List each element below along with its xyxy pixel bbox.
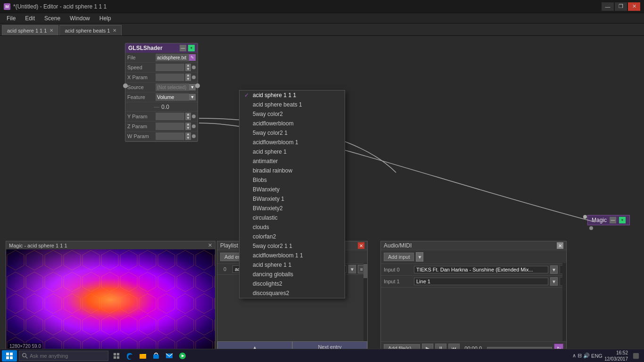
magic-minimize-btn[interactable]: — [610,217,616,223]
menu-edit[interactable]: Edit [20,14,40,23]
audio-close-btn[interactable]: ✕ [557,242,563,249]
add-files-button[interactable]: Add file(s)... [384,344,420,349]
add-input-button[interactable]: Add input [384,253,414,261]
xparam-connector[interactable] [192,75,196,79]
dropdown-item-17[interactable]: acidflowerbloom 1 1 [239,251,345,260]
dropdown-item-5[interactable]: acidflowerbloom 1 [239,138,345,147]
file-edit-btn[interactable]: ✎ [189,54,196,61]
tab-close-icon[interactable]: ✕ [50,28,53,33]
dropdown-item-6[interactable]: acid sphere 1 [239,147,345,156]
start-button[interactable] [2,350,17,362]
store-icon[interactable] [150,350,162,362]
speed-value: 1.0 [156,64,184,71]
add-input-dropdown[interactable]: ▼ [416,252,423,262]
explorer-icon[interactable] [137,350,149,362]
left-connector[interactable] [123,83,128,88]
dropdown-item-18[interactable]: acid sphere 1 1 [239,260,345,270]
svg-rect-2 [6,353,9,355]
input-0-label: Input 0 [384,267,412,272]
milkdrop-icon[interactable] [176,350,189,362]
preview-title: Magic - acid sphere 1 1 1 [9,243,67,248]
feature-value: Volume [156,93,189,101]
menu-scene[interactable]: Scene [40,14,65,23]
magic-expand-btn[interactable]: + [619,217,626,223]
zparam-input[interactable]: 0.3 [157,123,183,129]
wparam-down[interactable]: ▼ [185,136,191,140]
search-input[interactable] [30,353,96,359]
dropdown-item-21[interactable]: discosquares2 [239,288,345,298]
speed-input[interactable]: 1.0 [157,65,183,70]
minimize-button[interactable]: — [602,2,614,11]
input-1-dropdown[interactable]: ▼ [550,277,558,286]
speed-down[interactable]: ▼ [185,67,191,71]
app-icon: M [4,3,10,10]
edge-icon[interactable] [124,350,136,362]
yparam-connector[interactable] [192,115,196,118]
entry-dropdown-btn[interactable]: ▼ [348,265,356,273]
dropdown-item-13[interactable]: circulastic [239,213,345,222]
feature-dropdown-btn[interactable]: ▼ [189,94,196,100]
dropdown-item-9[interactable]: Blobs [239,175,345,185]
play-button[interactable]: ▶ [422,344,433,349]
dropdown-item-0[interactable]: ✓ acid sphere 1 1 1 [239,90,345,100]
dropdown-item-11[interactable]: BWanxiety 1 [239,194,345,204]
menu-help[interactable]: Help [95,14,116,23]
wparam-connector[interactable] [192,134,196,138]
zparam-down[interactable]: ▼ [185,126,191,130]
tab-close-icon-2[interactable]: ✕ [113,28,116,33]
menu-window[interactable]: Window [65,14,95,23]
tab-acid-sphere[interactable]: acid sphere 1 1 1 ✕ [2,25,58,35]
tray-expand[interactable]: ∧ [572,353,576,359]
rewind-button[interactable]: ⏮ [448,344,460,349]
dropdown-item-2[interactable]: 5way color2 [239,109,345,119]
speed-connector[interactable] [192,66,196,69]
volume-icon[interactable]: 🔊 [583,353,590,359]
dropdown-item-19[interactable]: dancing globalls [239,270,345,279]
yparam-down[interactable]: ▼ [185,116,191,120]
clock-date: 12/03/2017 [604,356,628,362]
playlist-close-btn[interactable]: ✕ [358,242,364,249]
right-connector[interactable] [195,83,200,88]
glsl-expand-btn[interactable]: + [188,45,195,51]
xparam-down[interactable]: ▼ [185,77,191,81]
task-view-button[interactable] [110,350,123,362]
glsl-minimize-btn[interactable]: — [180,45,186,51]
mail-icon[interactable] [163,350,175,362]
dropdown-item-15[interactable]: colorfan2 [239,232,345,241]
tab-acid-sphere-beats[interactable]: acid sphere beats 1 ✕ [59,25,122,35]
file-value: acidsphere.txt [156,54,189,61]
audio-input-0-row: Input 0 TIEKS Ft. Dan Harkna - Sunshine … [381,264,566,276]
loop-button[interactable]: ↻ [554,344,563,349]
input-0-dropdown[interactable]: ▼ [550,265,558,274]
yparam-input[interactable]: 0.6 [157,114,183,119]
zparam-connector[interactable] [192,124,196,128]
pause-button[interactable]: ⏸ [435,344,446,349]
source-dropdown-btn[interactable]: ▼ [189,84,196,90]
maximize-button[interactable]: ❐ [615,2,627,11]
xparam-input[interactable]: 0.0 [157,74,183,80]
dropdown-item-10[interactable]: BWanxiety [239,185,345,194]
dropdown-item-16[interactable]: 5way color2 1 1 [239,241,345,251]
dropdown-item-7[interactable]: antimatter [239,156,345,166]
notification-center[interactable] [630,350,642,362]
prev-entry-button[interactable]: ▲ Prev entry in playlist [217,341,292,349]
dropdown-item-1[interactable]: acid sphere beats 1 [239,100,345,109]
wparam-input[interactable]: 0.7 [157,133,183,139]
main-area: GLSLShader — + File acidsphere.txt ✎ Spe… [0,36,644,349]
dropdown-item-20[interactable]: discolights2 [239,279,345,288]
magic-output-connector[interactable] [589,226,593,230]
dropdown-item-3[interactable]: acidflowerbloom [239,119,345,128]
preview-close-btn[interactable]: ✕ [208,242,212,248]
audio-scrollbar [562,263,566,341]
playlist-scrollbar-thumb[interactable] [363,264,367,278]
taskbar-search-box[interactable] [19,351,108,361]
dropdown-item-8[interactable]: biradial rainbow [239,166,345,175]
dropdown-item-14[interactable]: clouds [239,222,345,232]
next-entry-button[interactable]: Next entry in playlist ▼ [292,341,367,349]
menu-file[interactable]: File [2,14,20,23]
close-button[interactable]: ✕ [628,2,640,11]
dropdown-item-4[interactable]: 5way color2 1 [239,128,345,138]
svg-rect-1 [6,249,215,349]
magic-input-connector[interactable] [583,215,587,219]
dropdown-item-12[interactable]: BWanxiety2 [239,204,345,213]
